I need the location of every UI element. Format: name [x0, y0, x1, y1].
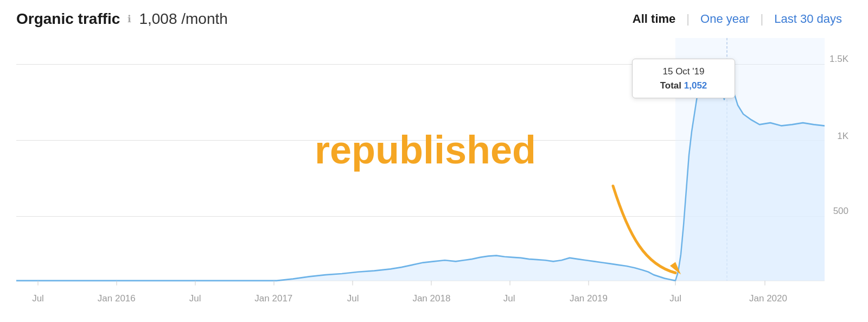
x-label-jan2018: Jan 2018 [412, 293, 450, 304]
filter-last-30-days[interactable]: Last 30 days [764, 10, 852, 28]
x-label-jul5: Jul [669, 293, 681, 304]
x-label-jul3: Jul [347, 293, 359, 304]
x-label-jul4: Jul [503, 293, 515, 304]
time-filters: All time | One year | Last 30 days [623, 10, 852, 28]
chart-title: Organic traffic [16, 10, 120, 28]
filter-one-year[interactable]: One year [691, 10, 760, 28]
x-label-jan2016: Jan 2016 [98, 293, 136, 304]
metric-value: 1,008 /month [139, 10, 227, 28]
chart-header: Organic traffic ℹ 1,008 /month All time … [16, 10, 852, 28]
x-label-jan2017: Jan 2017 [254, 293, 292, 304]
x-label-jan2019: Jan 2019 [570, 293, 608, 304]
chart-area: 1.5K 1K 500 Jul Jan 2016 Jul Jan 2017 Ju… [16, 38, 852, 304]
main-container: Organic traffic ℹ 1,008 /month All time … [0, 0, 868, 322]
x-label-jul2: Jul [189, 293, 201, 304]
x-label-jan2020: Jan 2020 [749, 293, 787, 304]
info-icon[interactable]: ℹ [127, 13, 131, 25]
x-label-jul: Jul [32, 293, 44, 304]
y-label-1500: 1.5K [829, 54, 848, 65]
header-left: Organic traffic ℹ 1,008 /month [16, 10, 228, 28]
y-label-1000: 1K [837, 131, 848, 142]
y-label-500: 500 [833, 206, 848, 217]
chart-svg [16, 38, 852, 304]
filter-all-time[interactable]: All time [623, 10, 685, 28]
svg-point-8 [724, 70, 730, 77]
